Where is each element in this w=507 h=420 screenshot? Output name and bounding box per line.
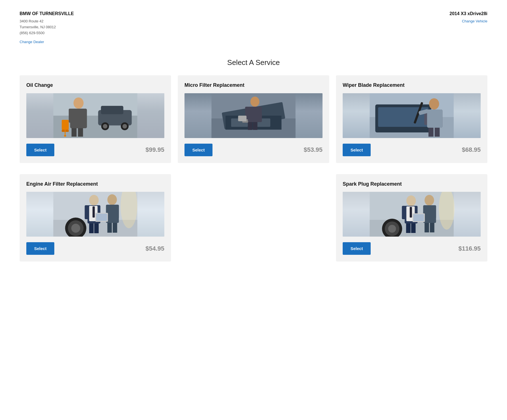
change-vehicle-link[interactable]: Change Vehicle — [462, 19, 487, 23]
page-title-section: Select A Service — [0, 50, 507, 75]
svg-rect-61 — [96, 214, 107, 221]
service-image-spark-plug — [343, 192, 481, 237]
select-button-spark-plug[interactable]: Select — [343, 242, 371, 255]
svg-rect-12 — [72, 128, 77, 137]
svg-rect-39 — [429, 128, 434, 137]
services-row2: Engine Air Filter Replacement — [0, 174, 507, 278]
service-image-micro-filter — [184, 93, 323, 138]
svg-point-68 — [406, 195, 416, 206]
service-title-oil-change: Oil Change — [26, 82, 164, 88]
service-card-spark-plug: Spark Plug Replacement — [336, 174, 487, 262]
service-card-engine-air-filter: Engine Air Filter Replacement — [20, 174, 171, 262]
service-title-engine-air-filter: Engine Air Filter Replacement — [26, 181, 164, 187]
service-card-empty — [178, 174, 329, 262]
service-price-engine-air-filter: $54.95 — [146, 245, 164, 252]
service-footer-spark-plug: Select$116.95 — [343, 242, 481, 255]
change-dealer-link[interactable]: Change Dealer — [20, 40, 44, 44]
svg-rect-10 — [69, 109, 73, 123]
svg-rect-3 — [101, 106, 123, 114]
svg-rect-34 — [378, 107, 429, 127]
svg-rect-28 — [248, 122, 253, 130]
service-card-wiper-blade: Wiper Blade Replacement Select$68.95 — [336, 75, 487, 163]
svg-point-7 — [123, 124, 127, 129]
service-price-spark-plug: $116.95 — [458, 245, 481, 252]
service-footer-micro-filter: Select$53.95 — [184, 144, 323, 156]
svg-point-36 — [429, 98, 439, 109]
header: BMW OF TURNERSVILLE 3400 Route 42 Turner… — [0, 0, 507, 50]
dealer-name: BMW OF TURNERSVILLE — [20, 11, 74, 16]
svg-rect-51 — [89, 223, 94, 233]
dealer-info: BMW OF TURNERSVILLE 3400 Route 42 Turner… — [20, 11, 74, 44]
services-row1: Oil Change — [0, 75, 507, 174]
svg-rect-81 — [413, 214, 424, 221]
svg-rect-58 — [108, 223, 112, 233]
svg-point-55 — [108, 194, 117, 205]
select-button-engine-air-filter[interactable]: Select — [26, 242, 54, 255]
svg-rect-77 — [432, 205, 436, 219]
svg-rect-59 — [113, 223, 117, 233]
svg-rect-70 — [402, 206, 406, 219]
service-title-micro-filter: Micro Filter Replacement — [184, 82, 323, 88]
service-footer-oil-change: Select$99.95 — [26, 144, 164, 156]
svg-rect-71 — [406, 223, 411, 233]
service-image-engine-air-filter — [26, 192, 164, 237]
select-button-wiper-blade[interactable]: Select — [343, 144, 371, 156]
svg-rect-11 — [79, 109, 83, 123]
service-price-oil-change: $99.95 — [146, 146, 164, 153]
svg-rect-40 — [435, 128, 440, 137]
svg-rect-14 — [62, 120, 69, 130]
svg-rect-74 — [410, 207, 412, 218]
svg-point-48 — [89, 195, 99, 206]
svg-point-17 — [64, 135, 66, 137]
service-footer-engine-air-filter: Select$54.95 — [26, 242, 164, 255]
svg-rect-72 — [411, 223, 416, 233]
svg-point-75 — [425, 195, 434, 206]
svg-point-47 — [71, 224, 80, 233]
svg-rect-57 — [115, 205, 119, 219]
svg-rect-54 — [93, 206, 95, 218]
svg-rect-78 — [425, 223, 429, 232]
svg-point-5 — [103, 124, 108, 129]
svg-point-25 — [251, 97, 260, 107]
svg-rect-29 — [253, 122, 258, 130]
service-title-wiper-blade: Wiper Blade Replacement — [343, 82, 481, 88]
dealer-address: 3400 Route 42 Turnersville, NJ 08012 (85… — [20, 18, 74, 36]
vehicle-name: 2014 X3 xDrive28i — [450, 11, 487, 16]
service-image-wiper-blade — [343, 93, 481, 138]
svg-rect-41 — [427, 109, 443, 128]
svg-rect-52 — [94, 223, 99, 233]
service-price-wiper-blade: $68.95 — [462, 146, 481, 153]
svg-rect-79 — [430, 223, 434, 232]
page-title: Select A Service — [0, 58, 507, 67]
svg-rect-50 — [85, 205, 89, 219]
service-card-micro-filter: Micro Filter Replacement Select$53.95 — [178, 75, 329, 163]
svg-rect-13 — [78, 128, 83, 137]
svg-rect-30 — [238, 116, 247, 121]
vehicle-info: 2014 X3 xDrive28i Change Vehicle — [450, 11, 487, 24]
service-price-micro-filter: $53.95 — [304, 146, 323, 153]
select-button-micro-filter[interactable]: Select — [184, 144, 212, 156]
svg-point-8 — [74, 97, 84, 109]
svg-point-67 — [388, 225, 396, 233]
svg-rect-26 — [248, 107, 262, 122]
service-image-oil-change — [26, 93, 164, 138]
service-title-spark-plug: Spark Plug Replacement — [343, 181, 481, 187]
service-footer-wiper-blade: Select$68.95 — [343, 144, 481, 156]
select-button-oil-change[interactable]: Select — [26, 144, 54, 156]
service-card-oil-change: Oil Change — [20, 75, 171, 163]
